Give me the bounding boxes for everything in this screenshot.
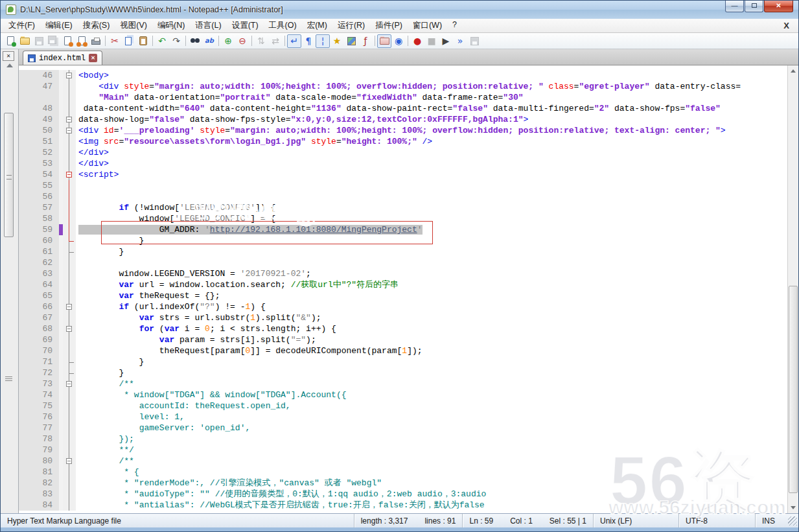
tab-index-html[interactable]: index.html ✕: [23, 51, 102, 65]
zoom-out-button[interactable]: ⊖: [235, 34, 249, 48]
eol-status[interactable]: Unix (LF): [594, 514, 679, 527]
code-line-55[interactable]: 55: [19, 180, 787, 191]
code-line-57[interactable]: 57 if (!window['LEGEND_CONFIG']) {: [19, 202, 787, 213]
menu-item[interactable]: 运行(R): [332, 19, 370, 32]
vertical-scrollbar[interactable]: [787, 65, 798, 513]
fold-toggle-icon[interactable]: [63, 301, 76, 312]
close-all-button[interactable]: [75, 34, 89, 48]
menu-item[interactable]: 搜索(S): [78, 19, 115, 32]
show-all-characters-button[interactable]: ¶: [301, 34, 316, 48]
code-line-47[interactable]: 47 <div style="margin: auto;width: 100%;…: [19, 81, 787, 92]
code-line-76[interactable]: 76 level: 1,: [19, 411, 787, 422]
fold-toggle-icon[interactable]: [63, 114, 76, 125]
code-line-65[interactable]: 65 var theRequest = {};: [19, 290, 787, 301]
save-button[interactable]: [32, 34, 46, 48]
code-line-48[interactable]: 48 data-content-width="640" data-content…: [19, 103, 787, 114]
code-line-50[interactable]: 50<div id='___preloading' style="margin:…: [19, 125, 787, 136]
code-line-72[interactable]: 72 }: [19, 367, 787, 378]
code-line-73[interactable]: 73 /**: [19, 378, 787, 389]
fold-toggle-icon[interactable]: [63, 70, 76, 81]
code-line-84[interactable]: 84 * "antialias": //WebGL模式下是否开启抗锯齿，true…: [19, 500, 787, 511]
maximize-button[interactable]: [745, 1, 763, 12]
scrollbar-down-icon[interactable]: [791, 506, 796, 509]
code-line-83[interactable]: 83 * "audioType": "" //使用的音频类型，0:默认，1:qq…: [19, 489, 787, 500]
code-line-79[interactable]: 79 **/: [19, 445, 787, 456]
menu-item[interactable]: 插件(P): [370, 19, 408, 32]
menu-item[interactable]: 语言(L): [190, 19, 226, 32]
menu-item[interactable]: 宏(M): [302, 19, 332, 32]
fold-toggle-icon[interactable]: [63, 378, 76, 389]
save-all-button[interactable]: [46, 34, 60, 48]
new-file-button[interactable]: [3, 34, 17, 48]
macro-save-button[interactable]: [467, 34, 481, 48]
sync-horizontal-button[interactable]: ⇄: [268, 34, 283, 48]
fold-toggle-icon[interactable]: [63, 456, 76, 467]
code-line-63[interactable]: 63 window.LEGEND_VERSION = '20170921-02'…: [19, 268, 787, 279]
copy-button[interactable]: [122, 34, 136, 48]
close-button[interactable]: ✕: [764, 1, 793, 12]
function-list-button[interactable]: ƒ: [358, 34, 373, 48]
print-button[interactable]: [89, 34, 103, 48]
code-line-54[interactable]: 54<script>: [19, 169, 787, 180]
menu-item[interactable]: 窗口(W): [408, 19, 447, 32]
code-line-56[interactable]: 56: [19, 191, 787, 202]
scrollbar-thumb[interactable]: [789, 286, 798, 493]
redo-button[interactable]: ↷: [169, 34, 183, 48]
code-line-64[interactable]: 64 var url = window.location.search; //获…: [19, 279, 787, 290]
code-editor[interactable]: 46<body>47 <div style="margin: auto;widt…: [19, 65, 798, 513]
close-file-button[interactable]: [60, 34, 75, 48]
macro-play-button[interactable]: ▶: [439, 34, 453, 48]
cut-button[interactable]: ✂: [108, 34, 122, 48]
menu-item[interactable]: 编码(N): [152, 19, 190, 32]
tab-close-icon[interactable]: ✕: [89, 54, 97, 62]
minimize-button[interactable]: —: [725, 1, 744, 12]
macro-record-button[interactable]: ●: [410, 34, 424, 48]
code-line-82[interactable]: 82 * "renderMode":, //引擎渲染模式，"canvas" 或者…: [19, 478, 787, 489]
code-line-53[interactable]: 53</div>: [19, 158, 787, 169]
code-line-81[interactable]: 81 * {: [19, 467, 787, 478]
code-line-49[interactable]: 49data-show-log="false" data-show-fps-st…: [19, 114, 787, 125]
indent-guide-button[interactable]: ¦: [316, 34, 330, 48]
menu-item[interactable]: 编辑(E): [40, 19, 78, 32]
fold-toggle-icon[interactable]: [63, 125, 76, 136]
replace-button[interactable]: ab: [202, 34, 216, 48]
insert-mode-status[interactable]: INS: [756, 514, 785, 527]
menu-item[interactable]: 文件(F): [3, 19, 40, 32]
title-bar[interactable]: D:\LN_Server\phpStudy\WWW\h5\index.html …: [1, 1, 798, 19]
code-line-68[interactable]: 68 for (var i = 0; i < strs.length; i++)…: [19, 323, 787, 334]
code-line-70[interactable]: 70 theRequest[param[0]] = decodeURICompo…: [19, 345, 787, 356]
code-line-46[interactable]: 46<body>: [19, 70, 787, 81]
panel-scrollbar-thumb[interactable]: [4, 113, 14, 237]
code-line-62[interactable]: 62: [19, 257, 787, 268]
encoding-status[interactable]: UTF-8: [679, 514, 756, 527]
code-line-74[interactable]: 74 * window["TDGA"] && window["TDGA"].Ac…: [19, 389, 787, 400]
code-line-wrap[interactable]: "Main" data-orientation="portrait" data-…: [19, 92, 787, 103]
splitter-grip[interactable]: [5, 376, 12, 381]
document-map-button[interactable]: [344, 34, 358, 48]
find-button[interactable]: [188, 34, 202, 48]
resize-grip[interactable]: [788, 516, 797, 526]
code-line-52[interactable]: 52</div>: [19, 147, 787, 158]
doc-switcher-button[interactable]: [377, 34, 391, 48]
menu-item[interactable]: ?: [447, 19, 462, 32]
code-line-78[interactable]: 78 });: [19, 434, 787, 445]
macro-stop-button[interactable]: ■: [424, 34, 439, 48]
macro-run-multiple-button[interactable]: »: [453, 34, 467, 48]
menu-item[interactable]: 设置(T): [227, 19, 264, 32]
word-wrap-button[interactable]: ↵: [287, 34, 301, 48]
open-file-button[interactable]: [17, 34, 32, 48]
undo-button[interactable]: ↶: [155, 34, 169, 48]
zoom-in-button[interactable]: ⊕: [221, 34, 235, 48]
code-line-71[interactable]: 71 }: [19, 356, 787, 367]
code-line-59[interactable]: 59 GM_ADDR: 'http://192.168.1.101:8080/M…: [19, 224, 787, 235]
code-line-80[interactable]: 80 /**: [19, 456, 787, 467]
menu-item[interactable]: 视图(V): [115, 19, 152, 32]
code-line-75[interactable]: 75 accountId: theRequest.open_id,: [19, 400, 787, 411]
menu-item[interactable]: 工具(O): [264, 19, 302, 32]
code-line-61[interactable]: 61 }: [19, 246, 787, 257]
code-line-60[interactable]: 60 }: [19, 235, 787, 246]
code-line-51[interactable]: 51<img src="resource\assets\form\login_b…: [19, 136, 787, 147]
close-document-button[interactable]: X: [783, 21, 789, 30]
code-line-77[interactable]: 77 gameServer: 'open_id',: [19, 422, 787, 434]
scroll-up-icon[interactable]: [6, 64, 13, 67]
